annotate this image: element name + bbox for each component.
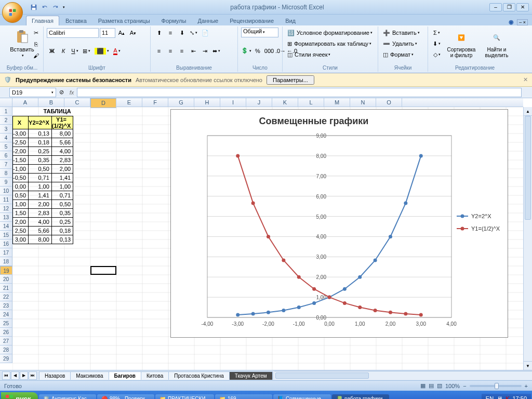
taskbar-item[interactable]: 📘Совмещенные ... — [273, 394, 331, 400]
row-header-24[interactable]: 24 — [0, 310, 12, 319]
row-header-29[interactable]: 29 — [0, 354, 12, 363]
minimize-button[interactable]: – — [489, 3, 502, 11]
row-header-20[interactable]: 20 — [0, 275, 12, 284]
security-close-button[interactable]: ✕ — [523, 76, 528, 83]
start-button[interactable]: пуск — [1, 392, 38, 399]
format-table-button[interactable]: ⊞ Форматировать как таблицу▾ — [286, 38, 376, 49]
merge-button[interactable]: ⬌▾ — [211, 46, 222, 56]
name-box[interactable]: D19▾ — [9, 88, 56, 97]
col-header-K[interactable]: K — [272, 98, 298, 107]
zoom-in-button[interactable]: + — [525, 383, 528, 389]
border-button[interactable]: ⊞▾ — [81, 46, 92, 56]
clear-button[interactable]: ◇▾ — [431, 49, 442, 60]
row-header-4[interactable]: 4 — [0, 134, 12, 142]
close-button[interactable]: ✕ — [516, 3, 529, 11]
office-button[interactable] — [2, 2, 23, 23]
col-header-J[interactable]: J — [246, 98, 272, 107]
row-header-13[interactable]: 13 — [0, 213, 12, 222]
row-header-17[interactable]: 17 — [0, 248, 12, 257]
tab-formulas[interactable]: Формулы — [156, 16, 192, 25]
cell-styles-button[interactable]: ◫ Стили ячеек▾ — [286, 49, 376, 60]
underline-button[interactable]: Ч▾ — [70, 46, 80, 56]
row-header-27[interactable]: 27 — [0, 337, 12, 345]
col-header-C[interactable]: C — [64, 98, 90, 107]
grow-font-button[interactable]: A▴ — [116, 28, 127, 38]
row-header-26[interactable]: 26 — [0, 328, 12, 337]
tab-data[interactable]: Данные — [192, 16, 223, 25]
view-break-button[interactable]: ▧ — [437, 382, 442, 389]
taskbar-item[interactable]: 🔴98% - Проверк... — [97, 394, 154, 400]
row-header-28[interactable]: 28 — [0, 345, 12, 354]
col-header-F[interactable]: F — [142, 98, 168, 107]
tray-icon[interactable]: 🖥 — [497, 395, 502, 399]
row-header-21[interactable]: 21 — [0, 284, 12, 292]
align-right-button[interactable]: ≡ — [177, 46, 187, 56]
tab-home[interactable]: Главная — [26, 16, 59, 25]
row-header-10[interactable]: 10 — [0, 187, 12, 195]
align-top-button[interactable]: ⬆ — [154, 28, 164, 38]
taskbar-item[interactable]: 🛡️Антивирус Кас... — [39, 394, 96, 400]
worksheet-grid[interactable]: ABCDEFGHIJKLMNO 123456789101112131415161… — [0, 98, 532, 370]
format-painter-button[interactable]: 🖌 — [31, 50, 41, 61]
row-header-18[interactable]: 18 — [0, 257, 12, 266]
shrink-font-button[interactable]: A▾ — [128, 28, 138, 38]
sheet-tab[interactable]: Максимова — [70, 371, 109, 380]
wrap-text-button[interactable]: 📄 — [200, 28, 210, 38]
align-left-button[interactable]: ≡ — [154, 46, 164, 56]
taskbar-item[interactable]: 📁ПРАКТИЧЕСКИ... — [155, 394, 214, 400]
bold-button[interactable]: Ж — [47, 46, 57, 56]
row-header-5[interactable]: 5 — [0, 142, 12, 151]
restore-button[interactable]: ❐ — [503, 3, 515, 11]
font-color-button[interactable]: A▾ — [112, 46, 122, 56]
delete-cells-button[interactable]: ➖ Удалить▾ — [381, 38, 426, 49]
col-header-M[interactable]: M — [324, 98, 350, 107]
taskbar-item[interactable]: 📁169 — [215, 394, 272, 400]
fill-color-button[interactable]: ⬛▾ — [93, 46, 111, 56]
sheet-last-button[interactable]: ⏭ — [29, 371, 37, 380]
cond-format-button[interactable]: 🔢 Условное форматирование▾ — [286, 28, 376, 38]
col-header-N[interactable]: N — [350, 98, 376, 107]
indent-dec-button[interactable]: ⇤ — [188, 46, 198, 56]
sheet-tab[interactable]: Протасова Кристина — [168, 371, 230, 380]
copy-button[interactable]: ⎘ — [31, 39, 41, 49]
italic-button[interactable]: К — [58, 46, 69, 56]
row-header-6[interactable]: 6 — [0, 151, 12, 160]
view-layout-button[interactable]: ▤ — [429, 382, 434, 389]
sheet-tab[interactable]: Китова — [141, 371, 169, 380]
indent-inc-button[interactable]: ⇥ — [200, 46, 210, 56]
select-all-corner[interactable] — [0, 98, 12, 107]
sort-filter-button[interactable]: 🔽 Сортировка и фильтр — [443, 28, 480, 60]
row-header-19[interactable]: 19 — [0, 266, 12, 275]
col-header-H[interactable]: H — [194, 98, 220, 107]
comma-button[interactable]: 000 — [264, 46, 274, 56]
align-middle-button[interactable]: ≡ — [165, 28, 176, 38]
tray-icon[interactable]: K — [506, 395, 509, 399]
redo-button[interactable] — [51, 3, 60, 12]
language-indicator[interactable]: EN — [486, 395, 494, 399]
font-size-input[interactable] — [100, 28, 115, 38]
save-button[interactable] — [29, 3, 38, 12]
tab-view[interactable]: Вид — [280, 16, 301, 25]
row-header-15[interactable]: 15 — [0, 231, 12, 240]
col-header-L[interactable]: L — [298, 98, 324, 107]
row-header-16[interactable]: 16 — [0, 240, 12, 248]
row-header-9[interactable]: 9 — [0, 178, 12, 187]
orientation-button[interactable]: ⤡▾ — [188, 28, 199, 38]
security-options-button[interactable]: Параметры... — [267, 75, 314, 85]
sheet-tab[interactable]: Ткачук Артем — [229, 371, 273, 380]
sheet-first-button[interactable]: ⏮ — [2, 371, 10, 380]
taskbar-item[interactable]: 📗работа графики — [332, 394, 389, 400]
fill-button[interactable]: ⬇▾ — [431, 38, 442, 49]
sheet-tab[interactable]: Багиров — [109, 371, 141, 380]
row-header-2[interactable]: 2 — [0, 116, 12, 125]
col-header-A[interactable]: A — [12, 98, 38, 107]
row-header-7[interactable]: 7 — [0, 160, 12, 169]
formula-input[interactable] — [77, 88, 522, 97]
sheet-prev-button[interactable]: ◀ — [11, 371, 19, 380]
row-header-14[interactable]: 14 — [0, 222, 12, 231]
align-center-button[interactable]: ≡ — [165, 46, 176, 56]
chart[interactable]: Совмещенные графики0,001,002,003,004,005… — [170, 109, 508, 338]
system-tray[interactable]: EN 🖥 K 17:50 — [482, 394, 531, 399]
tab-review[interactable]: Рецензирование — [224, 16, 279, 25]
col-header-E[interactable]: E — [116, 98, 142, 107]
